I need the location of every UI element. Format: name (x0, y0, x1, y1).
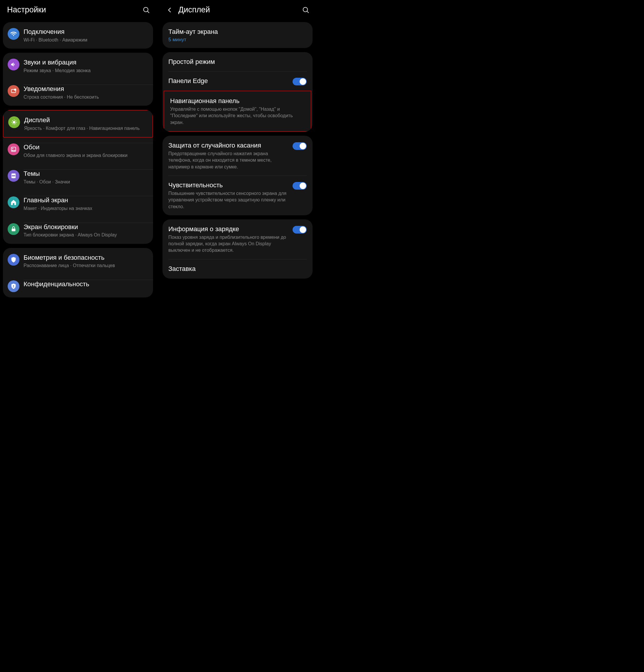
item-text: Конфиденциальность (24, 280, 147, 289)
item-subtitle: Тип блокировки экрана · Always On Displa… (24, 232, 147, 238)
item-subtitle: Режим звука · Мелодия звонка (24, 68, 147, 74)
toggle-switch[interactable] (293, 182, 307, 190)
item-title: Чувствительность (168, 181, 289, 190)
settings-item-themes[interactable]: Темы Темы · Обои · Значки (3, 164, 153, 191)
item-text: Экран блокировки Тип блокировки экрана ·… (24, 223, 147, 239)
sound-icon (8, 59, 20, 70)
item-title: Конфиденциальность (24, 280, 147, 289)
settings-header: Настройки (0, 0, 156, 22)
display-screen: Дисплей Тайм-аут экрана5 минут Простой р… (159, 0, 316, 304)
notif-icon (8, 85, 20, 97)
lock-icon (8, 223, 20, 235)
item-text: Уведомления Строка состояния · Не беспок… (24, 85, 147, 100)
item-text: Заставка (168, 264, 307, 273)
settings-screen: Настройки Подключения Wi-Fi · Bluetooth … (0, 0, 156, 304)
display-group: Тайм-аут экрана5 минут (162, 22, 313, 48)
item-title: Экран блокировки (24, 223, 147, 231)
shield-icon (8, 254, 20, 266)
svg-rect-16 (12, 229, 16, 231)
svg-point-18 (303, 7, 307, 11)
wallpaper-icon (8, 143, 20, 155)
settings-item-wifi[interactable]: Подключения Wi-Fi · Bluetooth · Авиарежи… (3, 22, 153, 49)
item-title: Звуки и вибрация (24, 58, 147, 67)
item-text: Обои Обои для главного экрана и экрана б… (24, 143, 147, 159)
item-text: Звуки и вибрация Режим звука · Мелодия з… (24, 58, 147, 74)
settings-group: Звуки и вибрация Режим звука · Мелодия з… (3, 53, 153, 106)
item-text: Простой режим (168, 57, 307, 66)
svg-line-9 (12, 120, 13, 121)
item-subtitle: Управляйте с помощью кнопок "Домой", "На… (170, 106, 305, 126)
svg-line-12 (16, 120, 16, 121)
item-subtitle: Wi-Fi · Bluetooth · Авиарежим (24, 37, 147, 43)
item-title: Простой режим (168, 57, 307, 66)
display-item[interactable]: Заставка (162, 259, 313, 279)
back-button[interactable] (167, 7, 173, 13)
svg-point-17 (13, 285, 14, 286)
toggle-switch[interactable] (293, 142, 307, 150)
display-icon (8, 116, 20, 128)
item-text: Тайм-аут экрана5 минут (168, 27, 307, 43)
item-text: Темы Темы · Обои · Значки (24, 169, 147, 185)
display-item[interactable]: Информация о зарядкеПоказ уровня заряда … (162, 219, 313, 259)
settings-item-lock[interactable]: Экран блокировки Тип блокировки экрана ·… (3, 217, 153, 244)
settings-item-home[interactable]: Главный экран Макет · Индикаторы на знач… (3, 191, 153, 217)
item-text: ЧувствительностьПовышение чувствительнос… (168, 181, 289, 210)
settings-item-privacy[interactable]: Конфиденциальность (3, 274, 153, 297)
settings-item-wallpaper[interactable]: Обои Обои для главного экрана и экрана б… (3, 137, 153, 164)
display-item[interactable]: Навигационная панельУправляйте с помощью… (163, 91, 312, 132)
page-title: Настройки (7, 5, 143, 14)
item-subtitle: Яркость · Комфорт для глаз · Навигационн… (24, 125, 147, 132)
item-title: Навигационная панель (170, 97, 305, 105)
home-icon (8, 196, 20, 208)
display-header: Дисплей (159, 0, 316, 22)
svg-line-1 (147, 11, 149, 13)
display-item[interactable]: Тайм-аут экрана5 минут (162, 22, 313, 48)
item-title: Уведомления (24, 85, 147, 93)
display-item[interactable]: Панели Edge (162, 71, 313, 91)
item-title: Дисплей (24, 116, 147, 124)
item-text: Биометрия и безопасность Распознавание л… (24, 253, 147, 269)
display-item[interactable]: ЧувствительностьПовышение чувствительнос… (162, 176, 313, 215)
item-subtitle: Повышение чувствительности сенсорного эк… (168, 190, 289, 210)
item-subtitle: Темы · Обои · Значки (24, 179, 147, 185)
item-value: 5 минут (168, 37, 307, 43)
settings-group: Биометрия и безопасность Распознавание л… (3, 248, 153, 297)
svg-point-4 (13, 121, 15, 124)
item-text: Информация о зарядкеПоказ уровня заряда … (168, 225, 289, 254)
search-icon[interactable] (143, 6, 150, 14)
themes-icon (8, 170, 20, 182)
item-title: Информация о зарядке (168, 225, 289, 233)
toggle-switch[interactable] (293, 226, 307, 233)
item-text: Навигационная панельУправляйте с помощью… (170, 97, 305, 126)
display-group: Информация о зарядкеПоказ уровня заряда … (162, 219, 313, 279)
item-title: Темы (24, 169, 147, 178)
display-item[interactable]: Защита от случайного касанияПредотвращен… (162, 136, 313, 176)
settings-item-sound[interactable]: Звуки и вибрация Режим звука · Мелодия з… (3, 53, 153, 79)
item-title: Тайм-аут экрана (168, 27, 307, 36)
settings-group: Подключения Wi-Fi · Bluetooth · Авиарежи… (3, 22, 153, 49)
svg-point-0 (144, 7, 148, 11)
item-title: Главный экран (24, 196, 147, 205)
item-subtitle: Обои для главного экрана и экрана блокир… (24, 152, 147, 159)
item-subtitle: Распознавание лица · Отпечатки пальцев (24, 262, 147, 269)
wifi-icon (8, 28, 20, 40)
toggle-switch[interactable] (293, 78, 307, 85)
item-title: Панели Edge (168, 76, 289, 85)
item-title: Защита от случайного касания (168, 141, 289, 150)
item-title: Подключения (24, 27, 147, 36)
settings-item-display[interactable]: Дисплей Яркость · Комфорт для глаз · Нав… (3, 110, 153, 137)
search-icon[interactable] (302, 6, 309, 14)
item-title: Заставка (168, 264, 307, 273)
settings-item-notif[interactable]: Уведомления Строка состояния · Не беспок… (3, 79, 153, 106)
item-text: Подключения Wi-Fi · Bluetooth · Авиарежи… (24, 27, 147, 43)
item-text: Дисплей Яркость · Комфорт для глаз · Нав… (24, 116, 147, 132)
item-subtitle: Строка состояния · Не беспокоить (24, 94, 147, 100)
settings-item-shield[interactable]: Биометрия и безопасность Распознавание л… (3, 248, 153, 274)
item-title: Обои (24, 143, 147, 152)
display-item[interactable]: Простой режим (162, 52, 313, 72)
svg-line-10 (16, 124, 16, 124)
svg-point-14 (12, 148, 13, 149)
item-subtitle: Предотвращение случайного нажатия экрана… (168, 151, 289, 170)
item-text: Панели Edge (168, 76, 289, 85)
svg-line-19 (307, 11, 308, 13)
